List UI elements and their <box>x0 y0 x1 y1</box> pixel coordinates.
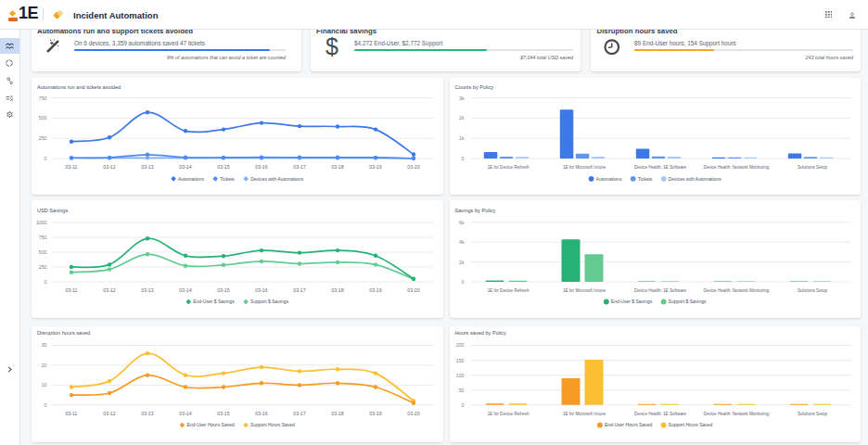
svg-text:03-14: 03-14 <box>179 164 191 170</box>
svg-text:Devices with Automations: Devices with Automations <box>250 176 303 182</box>
svg-text:Device Health: Network Monitor: Device Health: Network Monitoring <box>704 165 770 170</box>
svg-text:03-19: 03-19 <box>369 411 381 416</box>
svg-text:03-18: 03-18 <box>331 164 343 170</box>
svg-text:Counts by Policy: Counts by Policy <box>455 84 494 90</box>
svg-text:On 6 devices, 3,359 automation: On 6 devices, 3,359 automations saved 47… <box>74 40 205 46</box>
svg-text:03-19: 03-19 <box>369 287 381 293</box>
svg-text:4k: 4k <box>459 239 465 245</box>
svg-text:03-13: 03-13 <box>141 287 153 293</box>
svg-text:03-12: 03-12 <box>103 287 115 293</box>
svg-text:End-User Hours Saved: End-User Hours Saved <box>186 422 235 427</box>
svg-text:2k: 2k <box>459 260 465 265</box>
svg-text:1E for Device Refresh: 1E for Device Refresh <box>488 165 530 170</box>
svg-text:03-15: 03-15 <box>217 287 229 293</box>
svg-text:03-13: 03-13 <box>141 164 153 170</box>
svg-text:Tickets: Tickets <box>638 176 653 182</box>
svg-text:1E for Microsoft Intune: 1E for Microsoft Intune <box>563 165 606 170</box>
svg-text:1E for Device Refresh: 1E for Device Refresh <box>488 288 530 293</box>
svg-text:Solutions Setup: Solutions Setup <box>798 165 828 170</box>
svg-text:03-20: 03-20 <box>407 287 419 293</box>
svg-text:End-User $ Savings: End-User $ Savings <box>193 299 235 304</box>
svg-text:1k: 1k <box>459 135 465 141</box>
svg-text:$7,044 total USD saved: $7,044 total USD saved <box>519 55 574 60</box>
svg-text:$4,272 End-User, $2,772 Suppor: $4,272 End-User, $2,772 Support <box>354 40 442 47</box>
svg-text:Device Health: 1E Software: Device Health: 1E Software <box>634 165 687 170</box>
svg-text:6k: 6k <box>459 220 465 225</box>
svg-text:Support $ Savings: Support $ Savings <box>669 299 707 304</box>
svg-text:03-13: 03-13 <box>141 411 153 416</box>
svg-text:Savings by Policy: Savings by Policy <box>455 208 496 213</box>
svg-text:0: 0 <box>45 156 47 161</box>
svg-text:03-18: 03-18 <box>331 411 343 416</box>
svg-text:Automations run and tickets av: Automations run and tickets avoided <box>37 84 121 90</box>
svg-text:0: 0 <box>45 402 47 408</box>
svg-text:03-16: 03-16 <box>255 287 267 293</box>
svg-text:Device Health: Network Monitor: Device Health: Network Monitoring <box>704 412 770 416</box>
svg-text:0: 0 <box>462 402 465 408</box>
svg-text:500: 500 <box>39 115 47 121</box>
svg-text:2k: 2k <box>459 115 465 121</box>
svg-text:End-User $ Savings: End-User $ Savings <box>611 299 653 304</box>
svg-text:End-User Hours Saved: End-User Hours Saved <box>605 422 653 427</box>
svg-text:Solutions Setup: Solutions Setup <box>798 412 828 416</box>
svg-text:100: 100 <box>456 373 465 378</box>
svg-text:USD Savings: USD Savings <box>37 208 68 213</box>
svg-text:03-19: 03-19 <box>369 164 381 170</box>
svg-text:03-20: 03-20 <box>407 411 419 416</box>
svg-text:750: 750 <box>39 95 47 101</box>
svg-text:Automations: Automations <box>178 176 204 182</box>
svg-text:03-11: 03-11 <box>66 411 78 416</box>
svg-text:03-16: 03-16 <box>255 411 267 416</box>
svg-text:Support Hours Saved: Support Hours Saved <box>250 422 295 427</box>
svg-text:03-16: 03-16 <box>255 164 267 170</box>
svg-text:03-15: 03-15 <box>217 164 229 170</box>
svg-text:Automations: Automations <box>596 176 622 182</box>
svg-text:0: 0 <box>462 279 465 285</box>
svg-text:250: 250 <box>39 135 47 141</box>
svg-text:03-12: 03-12 <box>103 164 115 170</box>
svg-text:20: 20 <box>42 362 47 368</box>
svg-text:Support Hours Saved: Support Hours Saved <box>669 422 713 427</box>
svg-text:200: 200 <box>456 342 465 348</box>
svg-text:03-11: 03-11 <box>66 164 78 170</box>
svg-text:0: 0 <box>462 156 465 161</box>
svg-text:03-17: 03-17 <box>293 411 305 416</box>
svg-text:Solutions Setup: Solutions Setup <box>798 288 828 293</box>
svg-text:$: $ <box>326 33 338 59</box>
svg-text:03-11: 03-11 <box>66 287 78 293</box>
svg-text:Tickets: Tickets <box>220 176 235 182</box>
svg-text:Device Health: 1E Software: Device Health: 1E Software <box>634 412 687 416</box>
svg-text:10: 10 <box>42 382 47 388</box>
svg-text:Device Health: 1E Software: Device Health: 1E Software <box>634 288 687 293</box>
svg-text:750: 750 <box>39 235 47 240</box>
svg-text:50: 50 <box>459 388 465 393</box>
svg-text:3k: 3k <box>459 95 465 101</box>
svg-text:1E for Device Refresh: 1E for Device Refresh <box>488 412 530 416</box>
svg-text:03-20: 03-20 <box>407 164 419 170</box>
svg-text:150: 150 <box>456 358 465 363</box>
svg-text:9% of automations that can avo: 9% of automations that can avoid a ticke… <box>167 55 287 60</box>
svg-text:1E for Microsoft Intune: 1E for Microsoft Intune <box>563 412 606 416</box>
svg-text:03-15: 03-15 <box>217 411 229 416</box>
svg-text:Device Health: Network Monitor: Device Health: Network Monitoring <box>704 288 770 293</box>
svg-text:250: 250 <box>39 264 47 270</box>
svg-text:0: 0 <box>45 279 47 285</box>
svg-text:Hours saved by Policy: Hours saved by Policy <box>455 330 507 336</box>
svg-text:89 End-User hours, 154 Support: 89 End-User hours, 154 Support hours <box>634 40 736 47</box>
svg-text:03-18: 03-18 <box>331 287 343 293</box>
svg-text:03-14: 03-14 <box>179 411 191 416</box>
svg-text:03-12: 03-12 <box>103 411 115 416</box>
svg-text:03-17: 03-17 <box>293 164 305 170</box>
svg-text:Support $ Savings: Support $ Savings <box>250 299 288 304</box>
svg-text:Disruption hours saved: Disruption hours saved <box>37 330 90 336</box>
svg-text:03-14: 03-14 <box>179 287 191 293</box>
svg-text:30: 30 <box>42 342 47 348</box>
svg-text:500: 500 <box>39 249 47 255</box>
svg-text:03-17: 03-17 <box>293 287 305 293</box>
svg-text:243 total hours saved: 243 total hours saved <box>804 55 854 60</box>
svg-text:Devices with Automations: Devices with Automations <box>669 176 721 182</box>
svg-text:1E for Microsoft Intune: 1E for Microsoft Intune <box>563 288 606 293</box>
svg-text:1000: 1000 <box>36 220 47 225</box>
